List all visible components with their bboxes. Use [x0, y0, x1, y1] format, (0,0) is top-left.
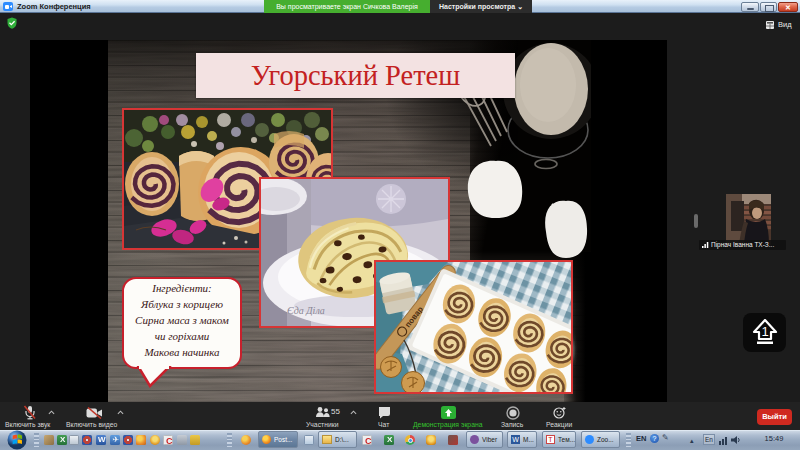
svg-text:Єда Діла: Єда Діла [287, 305, 325, 316]
svg-text:1: 1 [761, 324, 768, 339]
